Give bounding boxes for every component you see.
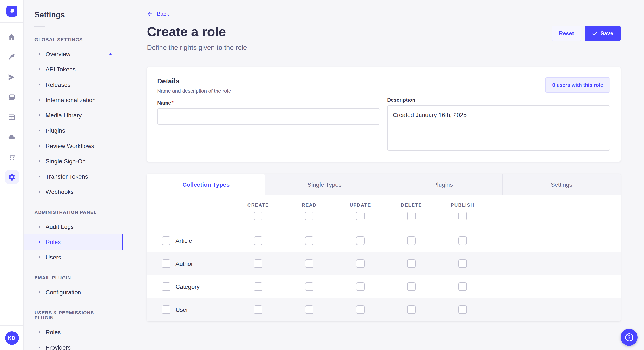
row-select-checkbox[interactable] <box>162 305 170 314</box>
article-delete-checkbox[interactable] <box>407 236 416 245</box>
bullet-icon <box>39 84 40 85</box>
row-select-checkbox[interactable] <box>162 259 170 268</box>
back-link[interactable]: Back <box>147 11 169 17</box>
section-global-settings: GLOBAL SETTINGS Overview API Tokens Rele… <box>24 37 123 199</box>
media-library-icon[interactable] <box>5 90 18 104</box>
strapi-logo-icon <box>8 7 16 15</box>
arrow-left-icon <box>147 11 153 17</box>
row-label: Category <box>176 283 200 290</box>
settings-gear-icon[interactable] <box>5 170 18 184</box>
category-update-checkbox[interactable] <box>356 282 364 291</box>
bullet-icon <box>39 291 40 293</box>
details-right: 0 users with this role Description Creat… <box>387 77 610 152</box>
select-all-update-checkbox[interactable] <box>356 212 364 220</box>
user-create-checkbox[interactable] <box>254 305 262 314</box>
user-avatar[interactable]: KD <box>5 331 18 345</box>
category-create-checkbox[interactable] <box>254 282 262 291</box>
bullet-icon <box>39 130 40 131</box>
page-header: Create a role Define the rights given to… <box>147 24 620 51</box>
author-delete-checkbox[interactable] <box>407 259 416 268</box>
help-button[interactable]: ? <box>620 329 638 346</box>
tab-settings[interactable]: Settings <box>502 174 621 195</box>
row-select-checkbox[interactable] <box>162 282 170 291</box>
section-users-permissions-plugin: USERS & PERMISSIONS PLUGIN Roles Provide… <box>24 310 123 350</box>
row-head: Category <box>147 282 232 291</box>
description-textarea[interactable]: Created January 16th, 2025 <box>387 105 610 151</box>
bullet-icon <box>39 99 40 101</box>
sidebar-item-plugins[interactable]: Plugins <box>24 123 123 138</box>
select-all-delete-checkbox[interactable] <box>407 212 416 220</box>
bullet-icon <box>39 160 40 162</box>
name-input[interactable] <box>157 108 380 125</box>
bullet-icon <box>39 53 40 55</box>
content-type-builder-icon[interactable] <box>5 110 18 124</box>
row-select-checkbox[interactable] <box>162 236 170 245</box>
article-publish-checkbox[interactable] <box>458 236 467 245</box>
rail-bottom-divider <box>0 325 24 326</box>
user-delete-checkbox[interactable] <box>407 305 416 314</box>
reset-button[interactable]: Reset <box>552 25 581 41</box>
tab-single-types[interactable]: Single Types <box>265 174 384 195</box>
name-label: Name* <box>157 100 380 106</box>
sidebar-item-api-tokens[interactable]: API Tokens <box>24 62 123 77</box>
author-read-checkbox[interactable] <box>305 259 314 268</box>
table-row-article: Article <box>147 229 620 252</box>
sidebar-item-single-sign-on[interactable]: Single Sign-On <box>24 154 123 169</box>
category-read-checkbox[interactable] <box>305 282 314 291</box>
sidebar-item-overview[interactable]: Overview <box>24 46 123 62</box>
sidebar-item-up-roles[interactable]: Roles <box>24 325 123 340</box>
author-create-checkbox[interactable] <box>254 259 262 268</box>
bullet-icon <box>39 114 40 116</box>
column-header-publish: PUBLISH <box>451 202 474 207</box>
sidebar-item-providers[interactable]: Providers <box>24 340 123 350</box>
sidebar-item-webhooks[interactable]: Webhooks <box>24 184 123 199</box>
strapi-logo[interactable] <box>6 5 17 16</box>
bullet-icon <box>39 226 40 227</box>
content-manager-feather-icon[interactable] <box>5 50 18 64</box>
select-all-create-checkbox[interactable] <box>254 212 262 220</box>
table-row-category: Category <box>147 275 620 298</box>
author-publish-checkbox[interactable] <box>458 259 467 268</box>
home-icon[interactable] <box>5 30 18 44</box>
tab-collection-types[interactable]: Collection Types <box>147 174 265 195</box>
description-label: Description <box>387 97 610 103</box>
row-label: User <box>176 306 188 313</box>
sidebar-item-releases[interactable]: Releases <box>24 77 123 92</box>
select-all-publish-checkbox[interactable] <box>458 212 467 220</box>
sidebar-item-audit-logs[interactable]: Audit Logs <box>24 219 123 234</box>
sidebar-item-users[interactable]: Users <box>24 250 123 265</box>
user-publish-checkbox[interactable] <box>458 305 467 314</box>
bullet-icon <box>39 347 40 348</box>
category-delete-checkbox[interactable] <box>407 282 416 291</box>
details-title: Details <box>157 77 380 85</box>
release-send-icon[interactable] <box>5 70 18 84</box>
header-actions: Reset Save <box>552 25 620 41</box>
sidebar-item-review-workflows[interactable]: Review Workflows <box>24 138 123 154</box>
cloud-icon[interactable] <box>5 130 18 144</box>
author-update-checkbox[interactable] <box>356 259 364 268</box>
article-update-checkbox[interactable] <box>356 236 364 245</box>
sidebar-item-configuration[interactable]: Configuration <box>24 285 123 300</box>
users-badge-wrap: 0 users with this role <box>387 77 610 93</box>
main-content: Back Create a role Define the rights giv… <box>124 0 644 350</box>
tab-plugins[interactable]: Plugins <box>384 174 502 195</box>
sidebar-item-transfer-tokens[interactable]: Transfer Tokens <box>24 169 123 184</box>
details-card: Details Name and description of the role… <box>147 67 620 162</box>
sidebar-item-media-library[interactable]: Media Library <box>24 108 123 123</box>
sidebar-item-roles-active[interactable]: Roles <box>24 234 123 250</box>
category-publish-checkbox[interactable] <box>458 282 467 291</box>
subnav-title-divider <box>34 26 45 27</box>
user-update-checkbox[interactable] <box>356 305 364 314</box>
select-all-read-checkbox[interactable] <box>305 212 314 220</box>
select-all-checkbox-row <box>147 207 620 229</box>
permissions-card: Collection Types Single Types Plugins Se… <box>147 174 620 321</box>
article-read-checkbox[interactable] <box>305 236 314 245</box>
article-create-checkbox[interactable] <box>254 236 262 245</box>
sidebar-item-internationalization[interactable]: Internationalization <box>24 92 123 108</box>
user-read-checkbox[interactable] <box>305 305 314 314</box>
users-with-role-badge[interactable]: 0 users with this role <box>545 77 610 93</box>
marketplace-cart-icon[interactable] <box>5 150 18 164</box>
save-button[interactable]: Save <box>584 25 620 41</box>
column-header-read: READ <box>302 202 317 207</box>
description-field-group: Description Created January 16th, 2025 <box>387 97 610 152</box>
